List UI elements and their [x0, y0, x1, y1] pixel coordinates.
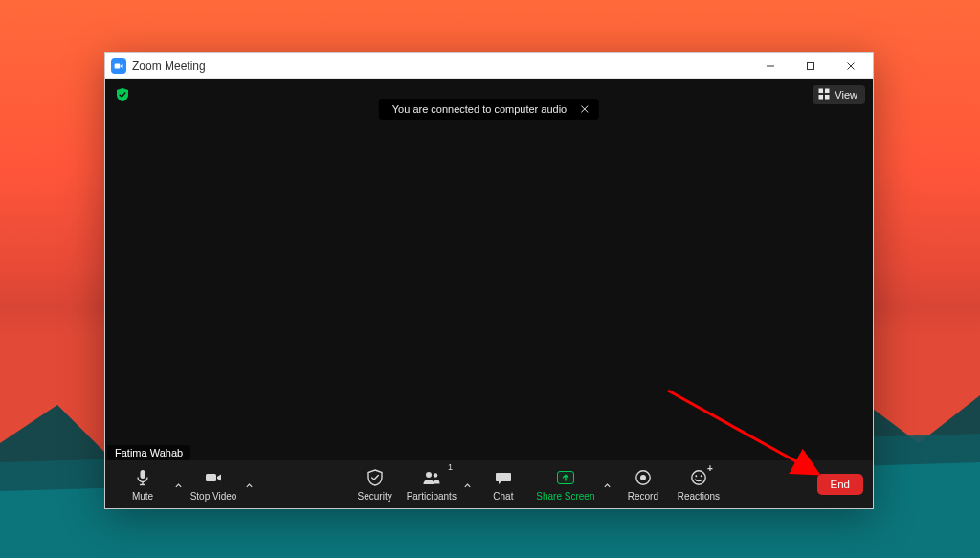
- svg-rect-0: [115, 63, 121, 68]
- reactions-icon: [689, 467, 708, 488]
- svg-rect-7: [819, 95, 824, 100]
- meeting-toolbar: Mute Stop Video: [105, 460, 873, 508]
- camera-icon: [204, 467, 223, 488]
- meeting-video-area: View You are connected to computer audio…: [105, 79, 873, 508]
- share-screen-icon: [557, 467, 574, 488]
- window-title: Zoom Meeting: [132, 59, 206, 73]
- record-icon: [634, 467, 653, 488]
- stop-video-label: Stop Video: [190, 492, 237, 502]
- share-caret[interactable]: [600, 481, 615, 505]
- chat-label: Chat: [493, 492, 513, 502]
- minimize-button[interactable]: [750, 53, 791, 79]
- close-button[interactable]: [831, 53, 871, 79]
- maximize-button[interactable]: [791, 53, 831, 79]
- end-label: End: [831, 479, 850, 490]
- record-label: Record: [628, 492, 658, 502]
- mute-caret[interactable]: [170, 481, 186, 505]
- chat-icon: [494, 467, 513, 488]
- shield-icon: [366, 467, 385, 488]
- security-label: Security: [358, 492, 392, 502]
- titlebar: Zoom Meeting: [105, 53, 873, 79]
- toast-close-button[interactable]: [580, 104, 590, 114]
- participants-icon: [422, 467, 441, 488]
- stop-video-button[interactable]: Stop Video: [186, 463, 241, 505]
- microphone-icon: [133, 467, 152, 488]
- participants-button[interactable]: 1 Participants: [403, 463, 460, 505]
- participants-count: 1: [448, 463, 453, 472]
- svg-rect-11: [141, 470, 145, 479]
- svg-rect-14: [206, 474, 216, 481]
- zoom-app-icon: [111, 58, 126, 74]
- grid-icon: [818, 88, 830, 101]
- participants-label: Participants: [407, 492, 457, 502]
- video-caret[interactable]: [241, 481, 256, 505]
- share-screen-label: Share Screen: [536, 492, 594, 502]
- end-button[interactable]: End: [817, 474, 863, 495]
- zoom-window: Zoom Meeting View You are connected to c…: [104, 52, 874, 509]
- view-button[interactable]: View: [813, 85, 865, 104]
- svg-rect-6: [825, 89, 830, 94]
- svg-point-21: [701, 475, 702, 477]
- reactions-button[interactable]: + Reactions: [671, 463, 726, 505]
- reactions-label: Reactions: [678, 492, 720, 502]
- svg-point-15: [426, 472, 432, 478]
- svg-point-18: [640, 475, 646, 480]
- svg-point-16: [433, 473, 437, 478]
- mute-label: Mute: [132, 492, 153, 502]
- svg-rect-5: [819, 89, 824, 94]
- chat-button[interactable]: Chat: [476, 463, 531, 505]
- toast-message: You are connected to computer audio: [392, 103, 567, 115]
- mute-button[interactable]: Mute: [115, 463, 170, 505]
- participants-caret[interactable]: [460, 481, 476, 505]
- svg-point-19: [692, 471, 705, 484]
- share-screen-button[interactable]: Share Screen: [531, 463, 600, 505]
- participant-name-tag: Fatima Wahab: [107, 445, 190, 460]
- view-button-label: View: [835, 89, 858, 100]
- audio-connected-toast: You are connected to computer audio: [379, 99, 599, 120]
- reactions-plus-icon: +: [707, 464, 713, 474]
- svg-rect-8: [825, 95, 830, 100]
- security-button[interactable]: Security: [347, 463, 403, 505]
- encryption-shield-icon[interactable]: [113, 85, 132, 104]
- record-button[interactable]: Record: [615, 463, 671, 505]
- svg-rect-2: [808, 62, 814, 69]
- svg-point-20: [695, 475, 697, 477]
